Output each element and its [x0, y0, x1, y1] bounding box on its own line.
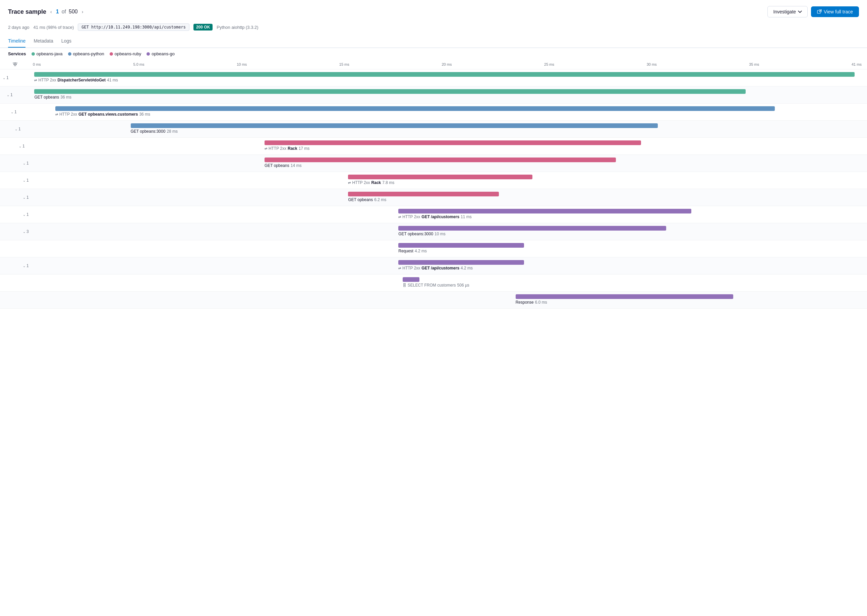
row-expand-col: ⌄1 [0, 86, 30, 103]
expand-button[interactable]: ⌄1 [23, 178, 29, 183]
span-bar [516, 294, 733, 299]
row-bar-col: 🗄SELECT FROM customers 506 µs [30, 275, 867, 291]
row-expand-col: ⌄3 [0, 223, 30, 240]
db-icon: 🗄 [403, 283, 406, 287]
row-bar-col: GET opbeans 36 ms [30, 86, 867, 103]
span-duration: 41 ms [107, 78, 118, 82]
span-label: ⇄HTTP 2xx DispatcherServlet#doGet 41 ms [34, 78, 118, 82]
http-icon: ⇄ [348, 181, 351, 185]
view-full-trace-button[interactable]: View full trace [811, 6, 859, 17]
tab-logs[interactable]: Logs [61, 35, 71, 47]
span-duration: 6.2 ms [374, 197, 386, 202]
span-bar [398, 226, 666, 231]
trace-rows: ⌄1⇄HTTP 2xx DispatcherServlet#doGet 41 m… [0, 69, 867, 309]
services-label: Services [8, 51, 26, 56]
row-expand-col: ⌄1 [0, 258, 30, 274]
table-row: Response 6.0 ms [0, 292, 867, 309]
trace-library: Python aiohttp (3.3.2) [217, 25, 258, 30]
span-label: GET opbeans 36 ms [34, 95, 71, 99]
span-bar [398, 260, 524, 265]
span-duration: 506 µs [457, 283, 469, 288]
row-expand-col: ⌄1 [0, 189, 30, 206]
expand-button[interactable]: ⌄1 [23, 161, 29, 165]
tab-timeline[interactable]: Timeline [8, 35, 25, 47]
prev-trace-button[interactable]: ‹ [49, 8, 53, 15]
ruler-5: 25 ms [544, 62, 554, 66]
page-title: Trace sample [8, 8, 46, 16]
table-row: ⌄3GET opbeans:3000 10 ms [0, 223, 867, 240]
ruler-1: 5.0 ms [134, 62, 145, 66]
trace-url: GET http://10.11.249.198:3000/api/custom… [78, 24, 189, 31]
svg-rect-0 [817, 10, 820, 13]
span-label: Request 4.2 ms [398, 249, 427, 253]
table-row: ⌄1⇄HTTP 2xx Rack 7.8 ms [0, 172, 867, 189]
services-bar: Services opbeans-java opbeans-python opb… [0, 48, 867, 60]
row-bar-col: ⇄HTTP 2xx GET /api/customers 11 ms [30, 206, 867, 223]
service-dot-go [146, 52, 150, 56]
expand-button[interactable]: ⌄1 [19, 144, 25, 148]
next-trace-button[interactable]: › [80, 8, 85, 15]
row-expand-col: ⌄1 [0, 155, 30, 171]
service-python: opbeans-python [68, 51, 104, 56]
expand-button[interactable]: ⌄1 [23, 263, 29, 268]
expand-button[interactable]: ⌄1 [15, 127, 21, 131]
timeline-filter[interactable] [0, 60, 30, 68]
status-badge: 200 OK [194, 24, 212, 30]
span-bar [398, 243, 524, 248]
span-label: GET opbeans:3000 10 ms [398, 232, 445, 236]
service-name-python: opbeans-python [73, 51, 104, 56]
service-java: opbeans-java [31, 51, 63, 56]
span-duration: 6.0 ms [535, 300, 547, 305]
span-label: 🗄SELECT FROM customers 506 µs [403, 283, 469, 288]
http-icon: ⇄ [34, 79, 37, 82]
row-expand-col: ⌄1 [0, 206, 30, 223]
span-bar [55, 106, 775, 111]
page-header: Trace sample ‹ 1 of 500 › Investigate Vi… [0, 0, 867, 21]
expand-button[interactable]: ⌄1 [23, 195, 29, 200]
table-row: ⌄1GET opbeans 36 ms [0, 86, 867, 104]
investigate-button[interactable]: Investigate [768, 6, 808, 17]
expand-button[interactable]: ⌄3 [23, 229, 29, 234]
span-duration: 4.2 ms [415, 249, 427, 253]
table-row: ⌄1GET opbeans:3000 28 ms [0, 121, 867, 138]
table-row: ⌄1⇄HTTP 2xx DispatcherServlet#doGet 41 m… [0, 69, 867, 86]
row-expand-col [0, 275, 30, 291]
row-expand-col: ⌄1 [0, 138, 30, 154]
row-bar-col: ⇄HTTP 2xx GET opbeans.views.customers 36… [30, 104, 867, 120]
service-dot-ruby [110, 52, 113, 56]
row-expand-col: ⌄1 [0, 104, 30, 120]
tab-metadata[interactable]: Metadata [33, 35, 53, 47]
expand-button[interactable]: ⌄1 [23, 212, 29, 217]
header-right: Investigate View full trace [768, 6, 859, 17]
span-bar [398, 209, 691, 214]
meta-bar: 2 days ago 41 ms (98% of trace) GET http… [0, 21, 867, 35]
service-dot-python [68, 52, 71, 56]
span-duration: 17 ms [299, 146, 310, 151]
table-row: 🗄SELECT FROM customers 506 µs [0, 275, 867, 292]
ruler-2: 10 ms [237, 62, 247, 66]
row-bar-col: Request 4.2 ms [30, 240, 867, 257]
row-bar-col: Response 6.0 ms [30, 292, 867, 308]
span-bar [403, 277, 419, 282]
ruler-4: 20 ms [442, 62, 452, 66]
span-main-label: GET /api/customers [422, 214, 459, 219]
row-bar-col: ⇄HTTP 2xx DispatcherServlet#doGet 41 ms [30, 69, 867, 86]
span-duration: 36 ms [60, 95, 71, 99]
span-label: Response 6.0 ms [516, 300, 547, 305]
ruler-7: 35 ms [749, 62, 759, 66]
table-row: Request 4.2 ms [0, 240, 867, 258]
span-bar [34, 89, 746, 94]
span-duration: 28 ms [167, 129, 178, 134]
span-main-label: DispatcherServlet#doGet [58, 78, 105, 82]
span-label: ⇄HTTP 2xx Rack 7.8 ms [348, 180, 394, 185]
http-icon: ⇄ [55, 113, 58, 116]
expand-button[interactable]: ⌄1 [3, 75, 9, 80]
ruler-6: 30 ms [647, 62, 657, 66]
row-bar-col: GET opbeans 6.2 ms [30, 189, 867, 206]
row-bar-col: GET opbeans 14 ms [30, 155, 867, 171]
expand-button[interactable]: ⌄1 [11, 110, 17, 114]
table-row: ⌄1GET opbeans 14 ms [0, 155, 867, 172]
span-label: ⇄HTTP 2xx GET /api/customers 4.2 ms [398, 266, 473, 270]
expand-button[interactable]: ⌄1 [7, 93, 13, 97]
table-row: ⌄1⇄HTTP 2xx GET opbeans.views.customers … [0, 104, 867, 121]
